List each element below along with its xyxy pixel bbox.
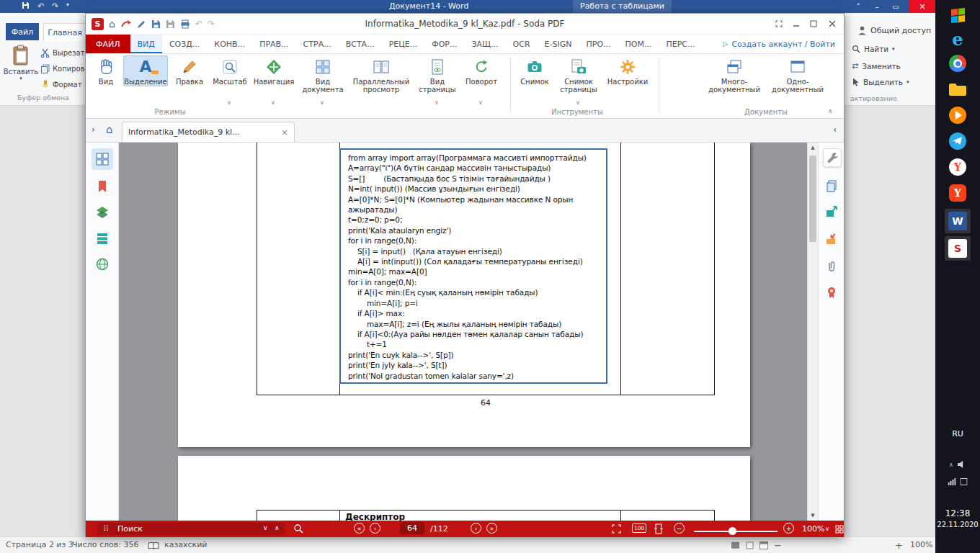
ribbon-display-icon[interactable]: ˄ [849,0,868,13]
share-button[interactable]: Общий доступ [858,26,931,35]
soda-minimize-button[interactable] [788,16,805,32]
action-center-icon[interactable] [961,478,968,485]
prev-page-button[interactable]: ‹ [370,523,380,534]
menu-pages[interactable]: СТРА... [296,35,339,53]
save-as-icon[interactable] [166,19,175,29]
selection-button[interactable]: A Выделение [123,55,168,86]
menu-view[interactable]: ВИД [130,35,162,53]
settings-button[interactable]: Настройки [606,56,649,86]
layers-panel-icon[interactable] [92,202,113,223]
tray-icons[interactable]: ∧ [949,461,966,468]
word-close-button[interactable]: × [909,0,935,13]
import-panel-icon[interactable] [823,230,840,248]
cut-button[interactable]: Вырезать [40,46,89,59]
folder-icon[interactable] [948,82,967,96]
vertical-scrollbar[interactable]: ▲ ▼ [807,143,818,521]
right-panel-collapse-icon[interactable]: ‹ [833,125,837,135]
zoom-button[interactable]: Масштаб [211,56,249,86]
scroll-down-icon[interactable]: ▼ [808,513,818,518]
start-button[interactable] [945,4,970,26]
menu-insert[interactable]: ВСТА... [339,35,382,53]
search-prev-icon[interactable]: ∨ [263,524,268,531]
rotate-button[interactable]: Поворот [462,56,501,86]
edit-pencil-icon[interactable] [137,19,146,29]
soda-maximize-button[interactable] [805,16,822,32]
search-next-icon[interactable]: ∧ [275,524,280,531]
read-mode-icon[interactable] [731,541,740,549]
attachment-panel-icon[interactable] [823,258,840,275]
collapse-ribbon-icon[interactable]: ∧ [828,107,833,114]
page-layout-button[interactable] [835,525,844,534]
menu-edit[interactable]: ПРАВ... [252,35,295,53]
save-icon[interactable] [151,19,161,29]
menu-review[interactable]: РЕЦЕ... [382,35,425,53]
word-zoom-level[interactable]: 100% [910,540,932,549]
home-icon[interactable]: ⌂ [109,18,115,30]
word-minimize-button[interactable]: – [868,0,886,13]
print-layout-icon[interactable] [746,541,754,549]
parallel-view-button[interactable]: Параллельный просмотр [349,56,413,94]
chrome-icon[interactable] [949,55,966,72]
web-layout-icon[interactable] [760,541,768,549]
language-status[interactable]: казахский [164,540,207,549]
tab-close-icon[interactable]: × [281,127,288,138]
page-snapshot-button[interactable]: Снимок страницы [556,56,602,94]
home-tab-icon[interactable]: ⌂ [106,123,113,136]
format-painter-button[interactable]: Формат [40,78,82,91]
page-thumbnails-panel-icon[interactable] [92,148,113,170]
scrollbar-thumb[interactable] [809,156,816,242]
word-taskbar-icon[interactable]: W [945,209,971,233]
soda-taskbar-icon[interactable]: S [945,236,971,261]
undo-icon[interactable]: ↶ [195,19,202,29]
soda-close-button[interactable] [824,16,841,32]
redo-icon[interactable]: ↷ [208,19,215,29]
soda-fullscreen-button[interactable] [770,16,788,32]
menu-personalize[interactable]: ПЕРС... [659,35,702,53]
single-document-button[interactable]: Одно- документный [769,56,827,94]
edit-button[interactable]: Правка [171,56,208,86]
select-button[interactable]: Выделить ▾ [852,78,909,86]
word-zoom-out-button[interactable]: − [774,540,782,551]
print-icon[interactable] [180,19,190,29]
zoom-out-button[interactable]: − [674,523,685,534]
save-icon[interactable] [22,1,30,9]
volume-icon[interactable] [958,461,966,468]
certificate-panel-icon[interactable] [823,284,840,301]
network-icon[interactable] [948,478,956,485]
current-page-box[interactable]: 64 [400,522,424,534]
yandex-browser-icon[interactable]: Y [949,184,966,202]
multi-document-button[interactable]: Много- документный [705,56,763,94]
ie-icon[interactable]: e [952,29,963,50]
document-tab[interactable]: Informatika_Metodika_9 kl... × [122,122,295,142]
word-tab-file[interactable]: Файл [6,23,39,40]
hidden-icons-chevron[interactable]: ∧ [949,462,953,468]
document-view-button[interactable]: Вид документа [299,56,347,94]
menu-secure[interactable]: ЗАЩ... [464,35,505,53]
menu-help[interactable]: ПОМ... [618,35,659,53]
bookmarks-panel-icon[interactable] [92,176,113,197]
menu-pro[interactable]: ПРО... [579,35,618,53]
navigation-caret-icon[interactable]: ∨ [271,99,275,106]
paste-button[interactable]: Вставить ▾ [4,45,37,99]
zoom-caret-icon[interactable]: ∨ [825,526,829,532]
undo-icon[interactable]: ↶ [37,1,44,11]
menu-file[interactable]: ФАЙЛ [86,35,130,53]
word-count-status[interactable]: Число слов: 356 [72,540,139,549]
attachments-panel-icon[interactable] [92,228,113,249]
fullscreen-button[interactable] [612,524,621,534]
scroll-up-icon[interactable]: ▲ [808,145,818,150]
word-zoom-in-button[interactable]: + [895,540,903,551]
qat-customize-icon[interactable]: ▾ [66,1,69,8]
zoom-slider-thumb[interactable] [729,527,736,535]
word-tab-home[interactable]: Главная [43,23,86,41]
web-panel-icon[interactable] [92,253,113,275]
tray-icons-2[interactable] [948,478,968,485]
drag-dots-icon[interactable]: ⠿ [103,524,109,534]
first-page-button[interactable]: « [354,523,365,534]
language-indicator[interactable]: RU [935,429,980,439]
telegram-icon[interactable] [949,132,966,150]
menu-esign[interactable]: E-SIGN [538,35,579,53]
page-status[interactable]: Страница 2 из 3 [6,540,74,549]
page-snapshot-caret-icon[interactable]: ∨ [576,99,580,106]
rotate-caret-icon[interactable]: ∨ [478,99,483,106]
